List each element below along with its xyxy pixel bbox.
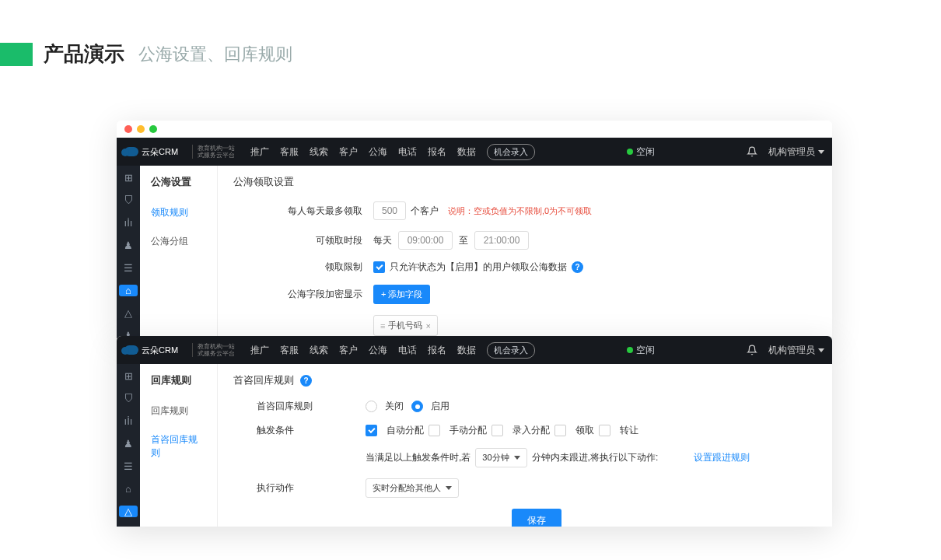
nav-pill-opportunity[interactable]: 机会录入 (487, 144, 535, 160)
nav2-pill[interactable]: 机会录入 (487, 342, 535, 359)
label-limit: 每人每天最多领取 (233, 205, 373, 218)
status-dot-icon-2 (627, 347, 633, 353)
nav-gonghai[interactable]: 公海 (369, 145, 387, 159)
side-title: 公海设置 (140, 166, 217, 198)
status-dot-icon (627, 149, 633, 155)
brand-logo-2[interactable]: 云朵CRM (124, 345, 178, 356)
user-menu[interactable]: 机构管理员 (768, 145, 824, 159)
select-time[interactable]: 30分钟 (475, 448, 526, 467)
chk-input[interactable] (491, 425, 503, 436)
rail-icon-7[interactable]: △ (122, 307, 135, 319)
unit-text: 个客户 (411, 205, 439, 218)
nav2-2[interactable]: 线索 (310, 344, 328, 357)
side-item-shouzi[interactable]: 首咨回库规则 (140, 425, 217, 467)
maximize-dot[interactable] (149, 125, 157, 133)
side-item-huiku[interactable]: 回库规则 (140, 397, 217, 425)
radio-off[interactable] (366, 401, 377, 412)
radio-on[interactable] (411, 401, 423, 412)
restrict-text: 只允许状态为【启用】的用户领取公海数据 (390, 261, 567, 274)
chevron-down-icon-2 (818, 348, 824, 352)
slide-title: 产品演示 (44, 40, 124, 68)
nav2-3[interactable]: 客户 (339, 344, 358, 357)
side-menu-2: 回库规则 回库规则 首咨回库规则 (140, 364, 218, 527)
section-title-2: 首咨回库规则 ? (233, 373, 817, 387)
status-indicator-2: 空闲 (627, 344, 655, 357)
rail-icon-1[interactable]: ⊞ (122, 172, 135, 184)
label-restrict: 领取限制 (233, 261, 373, 274)
side-item-fenzu[interactable]: 公海分组 (140, 227, 217, 256)
nav-baoming[interactable]: 报名 (428, 145, 446, 159)
checkbox-restrict[interactable] (373, 261, 385, 273)
field-tag-phone[interactable]: ≡ 手机号码 × (373, 315, 438, 336)
rail2-icon-6[interactable]: ⌂ (122, 483, 135, 495)
window-huiku-rules: 云朵CRM 教育机构一站式服务云平台 推广 客服 线索 客户 公海 电话 报名 … (117, 336, 832, 527)
nav2-0[interactable]: 推广 (250, 344, 269, 357)
daily-text: 每天 (373, 234, 392, 247)
window-gonghai-settings: 云朵CRM 教育机构一站式服务云平台 推广 客服 线索 客户 公海 电话 报名 … (117, 121, 832, 338)
input-time-end[interactable] (474, 231, 529, 250)
nav-dianhua[interactable]: 电话 (398, 145, 417, 159)
chk-auto[interactable] (366, 425, 377, 436)
select-action[interactable]: 实时分配给其他人 (366, 478, 459, 498)
help-icon[interactable]: ? (572, 261, 583, 273)
rail2-icon-3[interactable]: ıİı (122, 415, 135, 427)
rail2-icon-1[interactable]: ⊞ (122, 370, 135, 382)
nav2-6[interactable]: 报名 (428, 344, 446, 357)
rail2-icon-5[interactable]: ☰ (122, 460, 135, 472)
label-encrypt: 公海字段加密显示 (233, 288, 373, 301)
rail-icon-3[interactable]: ıİı (122, 217, 135, 229)
nav-kehu[interactable]: 客户 (339, 145, 358, 159)
add-field-button[interactable]: + 添加字段 (373, 285, 430, 304)
mac-window-controls (117, 121, 832, 138)
chevron-down-icon (818, 150, 824, 154)
nav-shuju[interactable]: 数据 (457, 145, 476, 159)
nav2-7[interactable]: 数据 (457, 344, 476, 357)
brand-name-2: 云朵CRM (142, 345, 178, 356)
label-rule: 首咨回库规则 (257, 400, 327, 413)
to-text: 至 (459, 234, 468, 247)
nav-xiansuo[interactable]: 线索 (310, 145, 328, 159)
chk-get[interactable] (554, 425, 566, 436)
bell-icon[interactable] (747, 146, 757, 157)
drag-icon: ≡ (380, 321, 385, 331)
rail2-icon-4[interactable]: ♟ (122, 438, 135, 450)
brand-logo[interactable]: 云朵CRM (124, 146, 178, 158)
minimize-dot[interactable] (137, 125, 145, 133)
rail2-icon-active[interactable]: △ (119, 506, 138, 517)
status-indicator: 空闲 (627, 145, 655, 159)
nav-kefu[interactable]: 客服 (280, 145, 299, 159)
save-button[interactable]: 保存 (512, 509, 561, 527)
side-menu: 公海设置 领取规则 公海分组 (140, 166, 218, 338)
brand-sub: 教育机构一站式服务云平台 (192, 145, 235, 159)
tip-text: 说明：空或负值为不限制,0为不可领取 (448, 205, 592, 217)
close-dot[interactable] (124, 125, 132, 133)
chk-manual[interactable] (429, 425, 440, 436)
nav2-1[interactable]: 客服 (280, 344, 299, 357)
rail-icon-4[interactable]: ♟ (122, 240, 135, 251)
rail-icon-2[interactable]: ⛉ (122, 194, 135, 206)
remove-tag-icon[interactable]: × (425, 321, 430, 331)
rail-icon-gonghai-active[interactable]: ⌂ (119, 285, 138, 296)
side-title-2: 回库规则 (140, 364, 217, 397)
top-toolbar-2: 云朵CRM 教育机构一站式服务云平台 推广 客服 线索 客户 公海 电话 报名 … (117, 336, 832, 364)
rail-icon-5[interactable]: ☰ (122, 262, 135, 274)
slide-header: 产品演示 公海设置、回库规则 (0, 0, 941, 86)
slide-subtitle: 公海设置、回库规则 (138, 43, 292, 66)
input-limit[interactable] (373, 201, 406, 220)
link-follow-rule[interactable]: 设置跟进规则 (694, 451, 750, 464)
side-item-lingqu[interactable]: 领取规则 (140, 198, 217, 227)
help-icon-2[interactable]: ? (300, 375, 312, 387)
nav-tuiguang[interactable]: 推广 (250, 145, 269, 159)
rail2-icon-2[interactable]: ⛉ (122, 393, 135, 404)
user-menu-2[interactable]: 机构管理员 (768, 344, 824, 357)
nav2-5[interactable]: 电话 (398, 344, 417, 357)
cloud-icon (124, 147, 138, 156)
bell-icon-2[interactable] (747, 345, 757, 355)
icon-rail-2: ⊞ ⛉ ıİı ♟ ☰ ⌂ △ ♟ (117, 364, 140, 527)
label-trigger: 触发条件 (257, 424, 327, 437)
brand-sub-2: 教育机构一站式服务云平台 (192, 343, 235, 357)
content-area-2: 首咨回库规则 ? 首咨回库规则 关闭 启用 触发条件 自动分配 (218, 364, 832, 527)
nav2-4[interactable]: 公海 (369, 344, 387, 357)
input-time-start[interactable] (398, 231, 453, 250)
chk-transfer[interactable] (599, 425, 610, 436)
